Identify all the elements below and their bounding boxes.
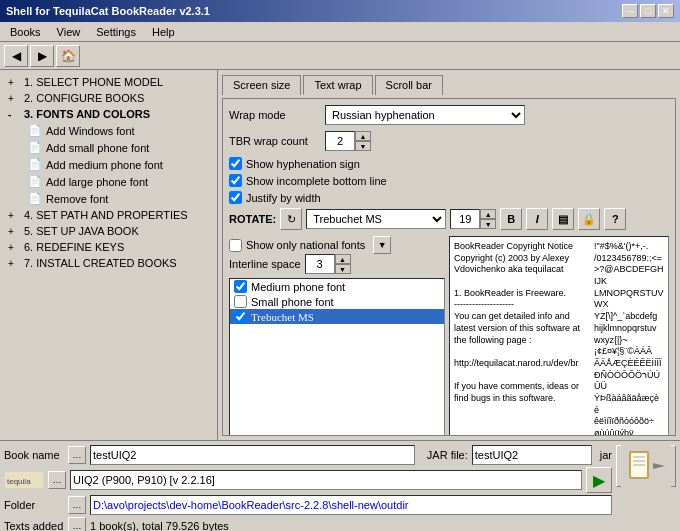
main-content: + 1. SELECT PHONE MODEL + 2. CONFIGURE B… — [0, 70, 680, 440]
sidebar: + 1. SELECT PHONE MODEL + 2. CONFIGURE B… — [0, 70, 218, 440]
interline-label: Interline space — [229, 258, 301, 270]
font-label-medium: Medium phone font — [251, 281, 345, 293]
sidebar-item-removefont[interactable]: 📄 Remove font — [0, 190, 217, 207]
bottom-bar: Book name … JAR file: jar tequila … ▶ — [0, 440, 680, 531]
sidebar-item-step6[interactable]: + 6. REDEFINE KEYS — [0, 239, 217, 255]
sidebar-item-step5[interactable]: + 5. SET UP JAVA BOOK — [0, 223, 217, 239]
expand-icon-step2: + — [8, 93, 20, 104]
sidebar-item-addwin[interactable]: 📄 Add Windows font — [0, 122, 217, 139]
texts-added-row: Texts added … 1 book(s), total 79.526 by… — [4, 517, 612, 531]
sidebar-item-addmedium[interactable]: 📄 Add medium phone font — [0, 156, 217, 173]
folder-row: Folder … — [4, 495, 612, 515]
jar-green-button[interactable]: ▶ — [586, 467, 612, 493]
tab-screen-size[interactable]: Screen size — [222, 75, 301, 95]
sidebar-label-step6: 6. REDEFINE KEYS — [24, 241, 124, 253]
color-button[interactable]: ▤ — [552, 208, 574, 230]
national-fonts-btn[interactable]: ▼ — [373, 236, 391, 254]
toolbar-forward-button[interactable]: ▶ — [30, 45, 54, 67]
minimize-button[interactable]: ─ — [622, 4, 638, 18]
italic-button[interactable]: I — [526, 208, 548, 230]
texts-added-btn[interactable]: … — [68, 517, 86, 531]
font-checkbox-medium[interactable] — [234, 280, 247, 293]
expand-icon-step7: + — [8, 258, 20, 269]
interline-input[interactable] — [305, 254, 335, 274]
fonts-list-column: Show only national fonts ▼ Interline spa… — [229, 236, 445, 436]
interline-row: Interline space ▲ ▼ — [229, 254, 445, 274]
title-bar: Shell for TequilaCat BookReader v2.3.1 ─… — [0, 0, 680, 22]
sidebar-item-addsmall[interactable]: 📄 Add small phone font — [0, 139, 217, 156]
incomplete-bottom-row: Show incomplete bottom line — [229, 174, 669, 187]
file-icon-addmedium: 📄 — [28, 158, 42, 171]
font-label-trebuchet: Trebuchet MS — [251, 311, 314, 323]
justify-checkbox[interactable] — [229, 191, 242, 204]
spinner-down[interactable]: ▼ — [355, 141, 371, 151]
sidebar-item-step1[interactable]: + 1. SELECT PHONE MODEL — [0, 74, 217, 90]
maximize-button[interactable]: □ — [640, 4, 656, 18]
lock-button[interactable]: 🔒 — [578, 208, 600, 230]
texts-added-label: Texts added — [4, 520, 64, 531]
folder-btn[interactable]: … — [68, 496, 86, 514]
book-name-btn[interactable]: … — [68, 446, 86, 464]
jar-file-input[interactable] — [472, 445, 592, 465]
interline-down[interactable]: ▼ — [335, 264, 351, 274]
bold-button[interactable]: B — [500, 208, 522, 230]
bottom-main-row: Book name … JAR file: jar tequila … ▶ — [4, 443, 676, 531]
interline-up[interactable]: ▲ — [335, 254, 351, 264]
title-text: Shell for TequilaCat BookReader v2.3.1 — [6, 5, 210, 17]
font-size-spinner: ▲ ▼ — [450, 209, 496, 229]
font-listbox[interactable]: Medium phone font Small phone font Trebu… — [229, 278, 445, 436]
platform-select-btn[interactable]: … — [48, 471, 66, 489]
platform-input[interactable] — [70, 470, 582, 490]
sidebar-label-step3: 3. FONTS AND COLORS — [24, 108, 150, 120]
sidebar-item-addlarge[interactable]: 📄 Add large phone font — [0, 173, 217, 190]
font-item-small[interactable]: Small phone font — [230, 294, 444, 309]
fonts-lower-section: Show only national fonts ▼ Interline spa… — [229, 236, 669, 436]
expand-icon-step5: + — [8, 226, 20, 237]
font-item-trebuchet[interactable]: Trebuchet MS — [230, 309, 444, 324]
sidebar-item-step7[interactable]: + 7. INSTALL CREATED BOOKS — [0, 255, 217, 271]
font-size-up[interactable]: ▲ — [480, 209, 496, 219]
sidebar-label-removefont: Remove font — [46, 193, 108, 205]
texts-added-value: 1 book(s), total 79.526 bytes — [90, 520, 229, 531]
sidebar-item-step4[interactable]: + 4. SET PATH AND PROPERTIES — [0, 207, 217, 223]
folder-input[interactable] — [90, 495, 612, 515]
wrap-mode-select[interactable]: Russian hyphenation — [325, 105, 525, 125]
rotate-button[interactable]: ↻ — [280, 208, 302, 230]
show-hyphenation-label: Show hyphenation sign — [246, 158, 360, 170]
toolbar-home-button[interactable]: 🏠 — [56, 45, 80, 67]
tab-scroll-bar[interactable]: Scroll bar — [375, 75, 443, 95]
tbr-wrap-count-input[interactable] — [325, 131, 355, 151]
spinner-up[interactable]: ▲ — [355, 131, 371, 141]
tab-text-wrap[interactable]: Text wrap — [303, 75, 372, 95]
national-fonts-checkbox[interactable] — [229, 239, 242, 252]
font-checkbox-trebuchet[interactable] — [234, 310, 247, 323]
font-checkbox-small[interactable] — [234, 295, 247, 308]
menu-books[interactable]: Books — [4, 24, 47, 40]
tequila-logo-svg: tequila — [5, 472, 43, 488]
font-size-input[interactable] — [450, 209, 480, 229]
close-button[interactable]: ✕ — [658, 4, 674, 18]
wrap-mode-label: Wrap mode — [229, 109, 319, 121]
font-size-controls: ▲ ▼ — [480, 209, 496, 229]
interline-controls: ▲ ▼ — [335, 254, 351, 274]
font-select[interactable]: Trebuchet MS — [306, 209, 446, 229]
menu-settings[interactable]: Settings — [90, 24, 142, 40]
sidebar-item-step2[interactable]: + 2. CONFIGURE BOOKS — [0, 90, 217, 106]
book-name-input[interactable] — [90, 445, 415, 465]
menu-help[interactable]: Help — [146, 24, 181, 40]
sidebar-item-step3[interactable]: - 3. FONTS AND COLORS — [0, 106, 217, 122]
font-size-down[interactable]: ▼ — [480, 219, 496, 229]
folder-label: Folder — [4, 499, 64, 511]
expand-icon-step1: + — [8, 77, 20, 88]
sidebar-label-step7: 7. INSTALL CREATED BOOKS — [24, 257, 177, 269]
menu-view[interactable]: View — [51, 24, 87, 40]
help-button[interactable]: ? — [604, 208, 626, 230]
show-incomplete-checkbox[interactable] — [229, 174, 242, 187]
sidebar-label-addlarge: Add large phone font — [46, 176, 148, 188]
show-incomplete-label: Show incomplete bottom line — [246, 175, 387, 187]
font-item-medium[interactable]: Medium phone font — [230, 279, 444, 294]
build-button[interactable] — [616, 445, 676, 487]
toolbar-back-button[interactable]: ◀ — [4, 45, 28, 67]
svg-text:tequila: tequila — [7, 477, 31, 486]
show-hyphenation-checkbox[interactable] — [229, 157, 242, 170]
